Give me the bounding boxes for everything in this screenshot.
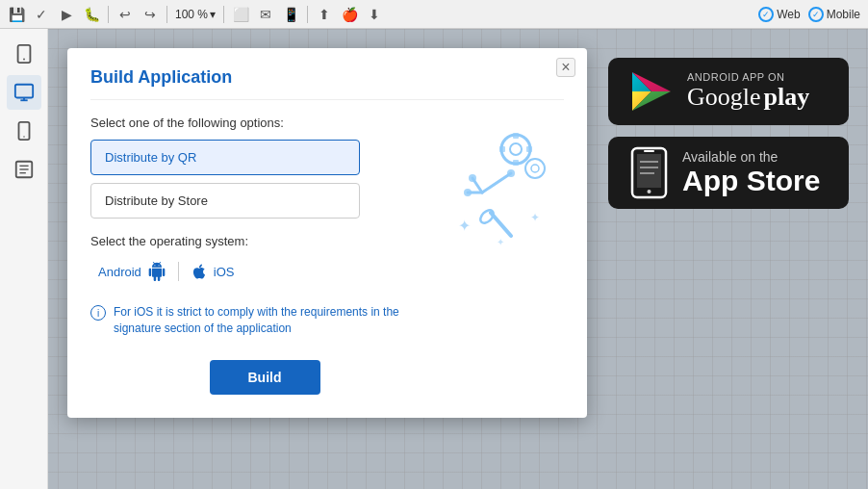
separator-1	[108, 6, 109, 23]
options-label: Select one of the following options:	[90, 116, 439, 130]
ios-option[interactable]: iOS	[183, 259, 243, 284]
distribute-qr-option[interactable]: Distribute by QR	[90, 140, 360, 175]
android-label: Android	[98, 265, 141, 279]
svg-rect-2	[14, 85, 32, 98]
svg-point-6	[23, 136, 24, 137]
ios-label: iOS	[214, 265, 235, 279]
svg-point-24	[464, 189, 472, 196]
modal-left-section: Select one of the following options: Dis…	[90, 116, 439, 395]
sidebar	[0, 29, 48, 489]
undo-icon[interactable]: ↩	[116, 6, 134, 23]
svg-rect-15	[499, 146, 505, 152]
modal-close-button[interactable]: ×	[556, 58, 575, 77]
build-application-modal: Build Application × Select one of the fo…	[67, 48, 587, 418]
email-icon[interactable]: ✉	[257, 6, 274, 23]
debug-icon[interactable]: 🐛	[83, 6, 100, 23]
os-separator	[178, 262, 179, 281]
svg-point-11	[501, 135, 530, 164]
mobile-label: Mobile	[827, 8, 860, 21]
zoom-label: 100 %	[175, 8, 208, 21]
os-section: Select the operating system: Android	[90, 234, 439, 285]
modal-right-illustration: ✦ ✦ ✦	[439, 116, 564, 395]
svg-point-23	[469, 174, 476, 182]
svg-text:✦: ✦	[458, 218, 471, 234]
os-label: Select the operating system:	[90, 234, 439, 248]
modal-footer: Build	[90, 360, 439, 395]
web-check-icon: ✓	[758, 7, 774, 22]
separator-2	[166, 6, 167, 23]
svg-line-19	[482, 173, 511, 193]
mobile-preview-icon[interactable]: 📱	[282, 6, 299, 23]
svg-rect-13	[513, 133, 519, 139]
mobile-badge[interactable]: ✓ Mobile	[808, 7, 860, 22]
svg-point-22	[507, 169, 515, 177]
apple-icon	[191, 263, 208, 280]
info-box: i For iOS it is strict to comply with th…	[90, 304, 439, 337]
web-label: Web	[777, 8, 800, 21]
download-icon[interactable]: ⬇	[366, 6, 383, 23]
modal-title: Build Application	[90, 67, 564, 100]
web-badge[interactable]: ✓ Web	[758, 7, 800, 22]
robot-illustration: ✦ ✦ ✦	[444, 125, 559, 260]
sidebar-item-list[interactable]	[7, 152, 41, 187]
svg-line-29	[491, 213, 511, 236]
separator-3	[223, 6, 224, 23]
svg-rect-16	[526, 146, 532, 152]
svg-point-1	[23, 59, 25, 61]
toolbar-right: ✓ Web ✓ Mobile	[758, 7, 860, 22]
apple-icon[interactable]: 🍎	[341, 6, 358, 23]
svg-point-18	[531, 165, 539, 172]
svg-text:✦: ✦	[530, 211, 540, 224]
os-options: Android iOS	[90, 258, 439, 285]
modal-overlay: Build Application × Select one of the fo…	[48, 29, 868, 489]
mobile-check-icon: ✓	[808, 7, 824, 22]
build-button[interactable]: Build	[210, 360, 320, 395]
separator-4	[307, 6, 308, 23]
distribute-store-option[interactable]: Distribute by Store	[90, 183, 360, 219]
play-icon[interactable]: ▶	[58, 6, 75, 23]
info-icon: i	[90, 305, 106, 321]
redo-icon[interactable]: ↪	[141, 6, 159, 23]
android-option[interactable]: Android	[90, 258, 174, 285]
zoom-control[interactable]: 100 % ▾	[175, 8, 216, 21]
toolbar: 💾 ✓ ▶ 🐛 ↩ ↪ 100 % ▾ ⬜ ✉ 📱 ⬆ 🍎 ⬇ ✓ Web ✓ …	[0, 0, 868, 29]
svg-text:✦: ✦	[497, 237, 504, 247]
window-icon[interactable]: ⬜	[232, 6, 249, 23]
check-icon[interactable]: ✓	[33, 6, 50, 23]
save-icon[interactable]: 💾	[8, 6, 25, 23]
sidebar-item-screen[interactable]	[7, 75, 41, 110]
svg-point-17	[525, 159, 545, 178]
sidebar-item-mobile[interactable]	[7, 114, 41, 148]
svg-rect-14	[513, 160, 519, 166]
android-icon	[147, 262, 166, 281]
zoom-arrow: ▾	[210, 8, 216, 21]
upload-icon[interactable]: ⬆	[316, 6, 333, 23]
modal-body: Select one of the following options: Dis…	[90, 116, 564, 395]
sidebar-item-device[interactable]	[7, 37, 41, 71]
svg-point-12	[510, 143, 522, 155]
info-text: For iOS it is strict to comply with the …	[114, 304, 439, 337]
